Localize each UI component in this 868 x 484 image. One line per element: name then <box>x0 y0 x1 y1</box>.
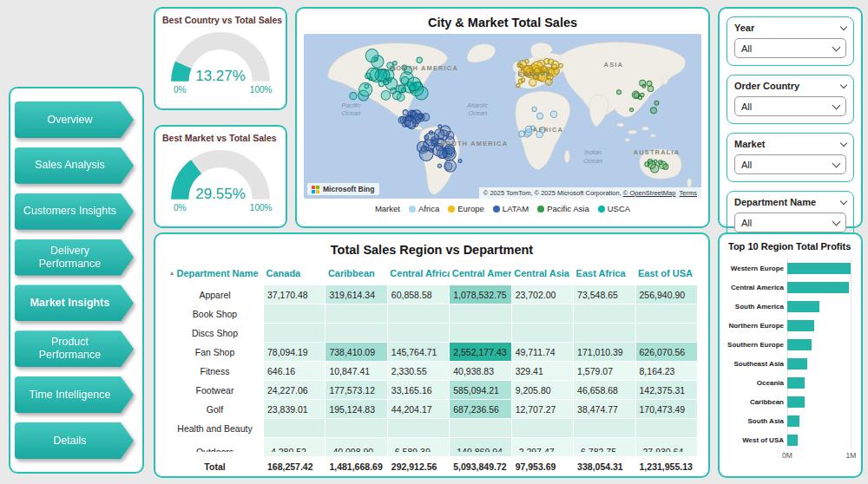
bar-south-asia[interactable] <box>787 415 799 427</box>
row-label[interactable]: Golf <box>167 400 264 419</box>
table-cell[interactable]: 9,205.80 <box>511 381 573 400</box>
map-bubble-europe[interactable] <box>521 78 525 82</box>
bar-northern-europe[interactable] <box>787 320 814 331</box>
map-bubble-latam[interactable] <box>437 148 447 159</box>
map-bubble-usca[interactable] <box>398 85 406 93</box>
slicer-dropdown-year[interactable]: All <box>734 38 846 58</box>
table-cell[interactable]: 10,847.41 <box>326 362 387 381</box>
map-bubble-usca[interactable] <box>350 93 357 100</box>
slicer-dropdown-order-country[interactable]: All <box>734 96 846 116</box>
table-cell[interactable]: 149,869.94 <box>450 438 511 457</box>
map-bubble-latam[interactable] <box>425 132 439 146</box>
table-cell[interactable]: 142,375.31 <box>635 381 697 400</box>
chevron-down-icon[interactable] <box>840 197 847 204</box>
table-cell[interactable] <box>326 324 387 343</box>
row-label[interactable]: Health and Beauty <box>167 419 264 438</box>
table-cell[interactable] <box>450 324 511 343</box>
map-bubble-latam[interactable] <box>458 160 462 163</box>
column-header-central-asia[interactable]: Central Asia <box>511 262 573 285</box>
table-cell[interactable]: 8,164.23 <box>635 362 697 381</box>
table-cell[interactable]: 49,711.74 <box>511 343 573 362</box>
table-cell[interactable]: 44,204.17 <box>387 400 449 419</box>
map-bubble-usca[interactable] <box>367 68 379 81</box>
map-bubble-latam[interactable] <box>404 116 416 128</box>
column-header-east-africa[interactable]: East Africa <box>574 262 635 285</box>
column-header-central-africa[interactable]: Central Africa <box>387 262 449 285</box>
table-cell[interactable]: 177,573.12 <box>326 381 387 400</box>
table-cell[interactable] <box>387 304 449 324</box>
table-cell[interactable] <box>264 304 326 324</box>
nav-item-details[interactable]: Details <box>15 422 134 459</box>
slicer-dropdown-market[interactable]: All <box>734 154 846 174</box>
column-header-east-of-usa[interactable]: East of USA <box>635 262 697 285</box>
map-bubble-africa[interactable] <box>550 111 556 117</box>
map-bubble-pacific-asia[interactable] <box>642 84 646 88</box>
bar-southeast-asia[interactable] <box>787 358 807 370</box>
table-cell[interactable]: 2,330.55 <box>387 362 449 381</box>
row-label[interactable]: Book Shop <box>167 304 264 324</box>
slicer-dropdown-department-name[interactable]: All <box>734 213 846 232</box>
map-bubble-europe[interactable] <box>516 84 520 88</box>
table-cell[interactable]: 40,938.83 <box>450 362 511 381</box>
map-bubble-africa[interactable] <box>537 113 543 119</box>
map-bubble-pacific-asia[interactable] <box>659 160 663 165</box>
nav-item-sales-analysis[interactable]: Sales Analysis <box>15 147 134 184</box>
table-cell[interactable]: 319,614.34 <box>326 285 387 304</box>
table-cell[interactable]: 738,410.09 <box>326 343 387 362</box>
table-cell[interactable]: 1,078,532.75 <box>450 285 511 304</box>
table-cell[interactable]: 37,170.48 <box>264 285 326 304</box>
row-label[interactable]: Footwear <box>167 381 264 400</box>
table-cell[interactable]: 27,930.64 <box>635 438 697 457</box>
chevron-down-icon[interactable] <box>840 139 847 146</box>
table-cell[interactable] <box>574 419 635 438</box>
map-bubble-africa[interactable] <box>519 131 525 137</box>
table-cell[interactable]: 23,839.01 <box>264 400 326 419</box>
table-cell[interactable]: 33,165.16 <box>387 381 449 400</box>
map-bubble-usca[interactable] <box>397 94 404 101</box>
bar-west-of-usa[interactable] <box>787 435 798 446</box>
map-bubble-pacific-asia[interactable] <box>654 101 659 105</box>
table-cell[interactable] <box>511 419 573 438</box>
row-label[interactable]: Fitness <box>167 362 264 381</box>
nav-item-customers-insights[interactable]: Customers Insights <box>15 193 134 230</box>
bar-southern-europe[interactable] <box>787 339 812 350</box>
table-cell[interactable]: 60,858.58 <box>387 285 449 304</box>
map-bubble-africa[interactable] <box>532 107 536 111</box>
nav-item-delivery-performance[interactable]: Delivery Performance <box>15 239 134 276</box>
map-bubble-latam[interactable] <box>403 110 408 115</box>
map-bubble-africa[interactable] <box>525 126 531 132</box>
chevron-down-icon[interactable] <box>840 23 847 29</box>
bar-caribbean[interactable] <box>787 396 805 408</box>
table-cell[interactable]: 256,940.90 <box>635 285 697 304</box>
column-header-central-america[interactable]: Central America <box>450 262 511 285</box>
table-cell[interactable]: 646.16 <box>264 362 326 381</box>
table-cell[interactable]: 38,474.77 <box>574 400 635 419</box>
map-bubble-usca[interactable] <box>374 57 378 61</box>
table-cell[interactable] <box>574 324 635 343</box>
table-cell[interactable]: 23,702.00 <box>511 285 573 304</box>
map-bubble-usca[interactable] <box>407 77 420 91</box>
table-cell[interactable] <box>264 324 326 343</box>
map-bubble-pacific-asia[interactable] <box>617 90 621 95</box>
nav-item-time-intelligence[interactable]: Time Intelligence <box>15 376 134 413</box>
map-bubble-pacific-asia[interactable] <box>630 108 634 112</box>
table-cell[interactable]: 145,764.71 <box>387 343 449 362</box>
bar-central-america[interactable] <box>787 282 849 293</box>
table-cell[interactable]: 2,552,177.43 <box>450 343 511 362</box>
table-cell[interactable]: 687,236.56 <box>450 400 511 419</box>
map-bubble-europe[interactable] <box>525 60 529 63</box>
table-cell[interactable]: 6,782.75 <box>574 438 635 457</box>
table-cell[interactable]: 1,579.07 <box>574 362 635 381</box>
table-cell[interactable] <box>450 304 511 324</box>
table-cell[interactable] <box>326 304 387 324</box>
table-cell[interactable]: 2,297.47 <box>511 438 573 457</box>
nav-item-overview[interactable]: Overview <box>15 101 134 138</box>
table-cell[interactable] <box>326 419 387 438</box>
table-cell[interactable]: 73,548.65 <box>574 285 635 304</box>
column-header-caribbean[interactable]: Caribbean <box>326 262 387 285</box>
map-bubble-latam[interactable] <box>418 114 424 119</box>
map-bubble-pacific-asia[interactable] <box>648 160 655 168</box>
map-bubble-usca[interactable] <box>359 82 372 96</box>
bar-western-europe[interactable] <box>787 263 851 274</box>
map-bubble-usca[interactable] <box>381 91 391 101</box>
